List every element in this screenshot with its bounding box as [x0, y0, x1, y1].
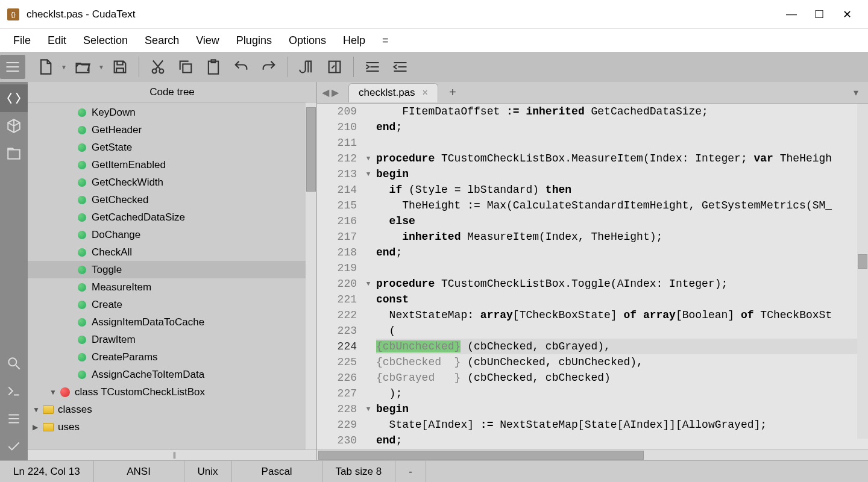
tree-hscrollbar[interactable]: [28, 449, 316, 460]
code-line[interactable]: {cbGrayed } (cbChecked, cbChecked): [376, 370, 868, 386]
redo-button[interactable]: [256, 55, 281, 79]
gutter-line[interactable]: 213: [317, 166, 357, 182]
maximize-button[interactable]: ☐: [805, 5, 833, 24]
code-line[interactable]: (: [376, 323, 868, 339]
code-line[interactable]: procedure TCustomCheckListBox.MeasureIte…: [376, 151, 868, 166]
activity-console[interactable]: [0, 377, 28, 405]
tree-row[interactable]: AssignItemDataToCache: [28, 313, 316, 331]
status-mode[interactable]: -: [395, 461, 426, 482]
tree-row[interactable]: MeasureItem: [28, 278, 316, 296]
tree-row[interactable]: CheckAll: [28, 243, 316, 261]
gutter-line[interactable]: 228: [317, 401, 357, 417]
menu-equals[interactable]: =: [374, 31, 397, 51]
activity-search[interactable]: [0, 349, 28, 377]
gutter-line[interactable]: 229: [317, 417, 357, 433]
fold-marker[interactable]: ▼: [364, 276, 373, 292]
cut-button[interactable]: [145, 55, 171, 79]
code-view[interactable]: 2092102112122132142152162172182192202212…: [317, 104, 868, 449]
menu-file[interactable]: File: [5, 31, 39, 51]
tree-row[interactable]: AssignCacheToItemData: [28, 366, 316, 383]
tree-row[interactable]: GetHeader: [28, 121, 316, 139]
tree-row[interactable]: GetCheckWidth: [28, 174, 316, 191]
code-vscrollbar[interactable]: [857, 104, 868, 439]
activity-output[interactable]: [0, 405, 28, 433]
tree-row[interactable]: GetChecked: [28, 191, 316, 208]
code-line[interactable]: {cbChecked } (cbUnChecked, cbUnChecked),: [376, 354, 868, 370]
minimize-button[interactable]: —: [778, 5, 805, 24]
code-line[interactable]: [376, 135, 868, 151]
menu-options[interactable]: Options: [280, 31, 335, 51]
tree-scrollbar[interactable]: [306, 102, 316, 449]
tree-row[interactable]: ▼class TCustomCheckListBox: [28, 383, 316, 401]
new-file-button[interactable]: [33, 55, 58, 79]
indent-button[interactable]: [360, 55, 385, 79]
gutter-line[interactable]: 221: [317, 292, 357, 307]
tree-row[interactable]: DrawItem: [28, 331, 316, 348]
tabbar-menu-icon[interactable]: ▾: [854, 87, 868, 98]
code-line[interactable]: if (Style = lbStandard) then: [376, 182, 868, 198]
gutter-line[interactable]: 210: [317, 119, 357, 135]
tab-new-button[interactable]: +: [443, 86, 462, 99]
gutter-line[interactable]: 230: [317, 433, 357, 448]
gutter-line[interactable]: 218: [317, 245, 357, 260]
status-encoding[interactable]: ANSI: [94, 461, 184, 482]
status-lexer[interactable]: Pascal: [232, 461, 322, 482]
code-hscrollbar[interactable]: [317, 449, 868, 460]
menu-plugins[interactable]: Plugins: [228, 31, 280, 51]
gutter-line[interactable]: 215: [317, 198, 357, 213]
tree-row[interactable]: Toggle: [28, 261, 316, 278]
gutter-line[interactable]: 223: [317, 323, 357, 339]
fold-marker[interactable]: ▼: [364, 401, 373, 417]
code-line[interactable]: begin: [376, 401, 868, 417]
tree-toggle-icon[interactable]: ▼: [33, 405, 42, 414]
paste-button[interactable]: [201, 55, 226, 79]
tree-row[interactable]: ▼classes: [28, 401, 316, 418]
menu-selection[interactable]: Selection: [75, 31, 136, 51]
activity-tabs[interactable]: [0, 140, 28, 167]
code-line[interactable]: procedure TCustomCheckListBox.Toggle(AIn…: [376, 276, 868, 292]
open-file-dropdown[interactable]: ▼: [98, 64, 105, 70]
code-line[interactable]: const: [376, 292, 868, 307]
activity-project[interactable]: [0, 112, 28, 140]
copy-button[interactable]: [173, 55, 198, 79]
menu-edit[interactable]: Edit: [39, 31, 75, 51]
code-line[interactable]: end;: [376, 119, 868, 135]
unprinted-button[interactable]: [294, 55, 319, 79]
gutter-line[interactable]: 220: [317, 276, 357, 292]
code-line[interactable]: TheHeight := Max(CalculateStandardItemHe…: [376, 198, 868, 213]
open-file-button[interactable]: [70, 55, 95, 79]
tab-nav-arrows[interactable]: ◀ ▶: [317, 87, 344, 98]
gutter-line[interactable]: 212: [317, 151, 357, 166]
activity-validate[interactable]: [0, 433, 28, 460]
new-file-dropdown[interactable]: ▼: [60, 64, 68, 70]
gutter-line[interactable]: 209: [317, 104, 357, 119]
tree-row[interactable]: GetState: [28, 139, 316, 156]
tree-toggle-icon[interactable]: ▼: [49, 388, 59, 396]
menu-help[interactable]: Help: [335, 31, 374, 51]
menu-search[interactable]: Search: [136, 31, 187, 51]
fold-marker[interactable]: ▼: [364, 151, 373, 166]
tab-checklst[interactable]: checklst.pas ×: [348, 83, 438, 102]
tree-row[interactable]: GetItemEnabled: [28, 156, 316, 174]
tree-row[interactable]: GetCachedDataSize: [28, 208, 316, 226]
code-line[interactable]: [376, 260, 868, 276]
gutter-line[interactable]: 214: [317, 182, 357, 198]
tree-toggle-icon[interactable]: ▶: [33, 423, 42, 431]
tree-row[interactable]: Create: [28, 296, 316, 313]
code-line[interactable]: NextStateMap: array[TCheckBoxState] of a…: [376, 307, 868, 323]
tree-row[interactable]: CreateParams: [28, 348, 316, 366]
hamburger-icon[interactable]: [0, 55, 25, 79]
gutter-line[interactable]: 219: [317, 260, 357, 276]
gutter-line[interactable]: 217: [317, 229, 357, 245]
save-button[interactable]: [107, 55, 133, 79]
tree-row[interactable]: DoChange: [28, 226, 316, 243]
status-position[interactable]: Ln 224, Col 13: [0, 461, 94, 482]
status-lineend[interactable]: Unix: [184, 461, 232, 482]
code-line[interactable]: end;: [376, 245, 868, 260]
code-line[interactable]: end;: [376, 433, 868, 448]
gutter-line[interactable]: 216: [317, 213, 357, 229]
gutter-line[interactable]: 211: [317, 135, 357, 151]
unindent-button[interactable]: [388, 55, 413, 79]
gutter-line[interactable]: 222: [317, 307, 357, 323]
fold-marker[interactable]: ▼: [364, 166, 373, 182]
